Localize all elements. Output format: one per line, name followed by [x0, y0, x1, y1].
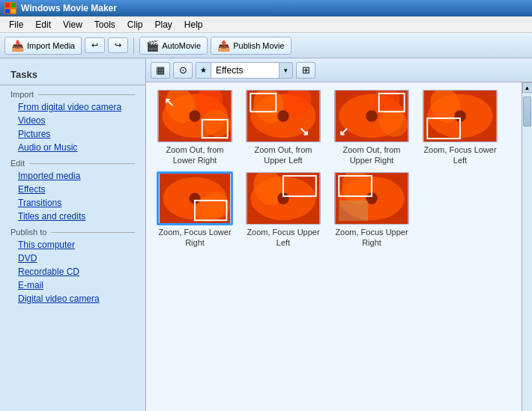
view-details-button[interactable]: ⊙ [173, 62, 193, 79]
svg-point-9 [189, 110, 201, 122]
menu-tools[interactable]: Tools [88, 18, 121, 31]
import-section-label: Import [0, 85, 145, 100]
sidebar-link-this-computer[interactable]: This computer [0, 238, 145, 252]
sidebar-link-titles[interactable]: Titles and credits [0, 210, 145, 223]
publish-label: Publish Movie [233, 41, 284, 50]
effect-label: Zoom Out, from Upper Left [242, 144, 324, 166]
scroll-up-button[interactable]: ▲ [522, 82, 533, 93]
effects-grid: ↖ Zoom Out, from Lower Right [146, 82, 522, 411]
effect-label: Zoom, Focus Upper Left [242, 227, 324, 249]
thumbnails-icon: ▦ [156, 64, 165, 76]
effects-dropdown-icon: ★ [196, 63, 211, 78]
effect-item-selected[interactable]: Zoom, Focus Lower Right [154, 172, 236, 249]
svg-text:↖: ↖ [164, 96, 174, 109]
effect-label: Zoom Out, from Lower Right [154, 144, 236, 166]
automovie-button[interactable]: 🎬 AutoMovie [139, 37, 208, 55]
toolbar: 📥 Import Media ↩ ↪ 🎬 AutoMovie 📤 Publish… [0, 33, 532, 58]
sidebar-link-digital-video[interactable]: From digital video camera [0, 100, 145, 114]
publish-movie-button[interactable]: 📤 Publish Movie [211, 37, 291, 55]
effect-item[interactable]: ↘ Zoom Out, from Upper Left [242, 90, 324, 166]
effect-label: Zoom, Focus Lower Right [154, 227, 236, 249]
effect-item[interactable]: Zoom, Focus Upper Left [242, 172, 324, 249]
effect-thumbnail: ↘ [246, 90, 321, 142]
view-thumbnails-button[interactable]: ▦ [151, 62, 170, 79]
app-title: Windows Movie Maker [21, 3, 117, 13]
scroll-track[interactable] [522, 93, 532, 411]
sidebar-link-transitions[interactable]: Transitions [0, 196, 145, 210]
svg-text:↘: ↘ [299, 125, 309, 138]
svg-text:↙: ↙ [339, 125, 348, 138]
svg-rect-1 [11, 3, 16, 7]
effect-thumbnail [157, 172, 232, 225]
effect-thumbnail [334, 172, 409, 225]
scrollbar: ▲ ▼ [522, 82, 532, 411]
svg-rect-46 [339, 201, 368, 221]
svg-rect-0 [5, 3, 10, 7]
sidebar-link-pictures[interactable]: Pictures [0, 127, 145, 141]
effect-item[interactable]: Zoom, Focus Lower Left [419, 90, 501, 166]
sidebar-link-cd[interactable]: Recordable CD [0, 265, 145, 278]
import-icon: 📥 [11, 40, 24, 52]
menu-play[interactable]: Play [149, 18, 178, 31]
publish-section-label: Publish to [0, 223, 145, 238]
edit-section-label: Edit [0, 154, 145, 169]
effect-thumbnail: ↙ [334, 90, 409, 142]
toolbar-separator [133, 37, 134, 54]
effect-thumbnail [246, 172, 321, 225]
redo-button[interactable]: ↪ [108, 37, 128, 53]
automovie-icon: 🎬 [146, 40, 159, 52]
tasks-header: Tasks [0, 64, 145, 85]
effects-dropdown-label: Effects [211, 65, 279, 76]
import-label: Import Media [27, 41, 75, 50]
menu-edit[interactable]: Edit [29, 18, 57, 31]
app-icon [4, 2, 16, 14]
menu-clip[interactable]: Clip [121, 18, 149, 31]
svg-rect-2 [5, 9, 10, 13]
effects-dropdown-arrow: ▾ [279, 63, 292, 78]
main-area: Tasks Import From digital video camera V… [0, 58, 532, 411]
effect-item[interactable]: ↖ Zoom Out, from Lower Right [154, 90, 236, 166]
menu-bar: File Edit View Tools Clip Play Help [0, 16, 532, 33]
svg-rect-3 [11, 9, 16, 13]
effect-label: Zoom Out, from Upper Right [330, 144, 413, 166]
sidebar: Tasks Import From digital video camera V… [0, 58, 146, 411]
effect-item[interactable]: Zoom, Focus Upper Right [330, 172, 413, 249]
effect-item[interactable]: ↙ Zoom Out, from Upper Right [330, 90, 413, 166]
content-panel: ▦ ⊙ ★ Effects ▾ ⊞ [146, 58, 532, 411]
redo-icon: ↪ [115, 40, 121, 50]
sidebar-link-dv-camera[interactable]: Digital video camera [0, 292, 145, 305]
details-icon: ⊙ [179, 64, 187, 76]
sidebar-link-audio[interactable]: Audio or Music [0, 141, 145, 154]
sidebar-link-videos[interactable]: Videos [0, 114, 145, 127]
undo-button[interactable]: ↩ [85, 37, 105, 53]
content-toolbar: ▦ ⊙ ★ Effects ▾ ⊞ [146, 58, 532, 82]
effect-thumbnail: ↖ [157, 90, 232, 142]
sidebar-link-effects[interactable]: Effects [0, 183, 145, 196]
effect-label: Zoom, Focus Upper Right [330, 227, 413, 249]
undo-icon: ↩ [91, 40, 98, 50]
import-media-button[interactable]: 📥 Import Media [4, 37, 82, 55]
svg-point-23 [366, 110, 378, 122]
effect-thumbnail [423, 90, 498, 142]
effects-dropdown[interactable]: ★ Effects ▾ [196, 62, 293, 79]
automovie-label: AutoMovie [162, 41, 201, 50]
title-bar: Windows Movie Maker [0, 0, 532, 16]
menu-help[interactable]: Help [178, 18, 209, 31]
effect-label: Zoom, Focus Lower Left [419, 144, 501, 166]
extra-view-button[interactable]: ⊞ [296, 62, 315, 79]
svg-point-16 [277, 110, 289, 122]
publish-icon: 📤 [217, 40, 230, 52]
sidebar-link-imported-media[interactable]: Imported media [0, 169, 145, 183]
scroll-thumb[interactable] [523, 97, 531, 127]
sidebar-link-dvd[interactable]: DVD [0, 252, 145, 265]
extra-view-icon: ⊞ [302, 64, 310, 76]
sidebar-link-email[interactable]: E-mail [0, 278, 145, 292]
menu-file[interactable]: File [3, 18, 29, 31]
menu-view[interactable]: View [57, 18, 88, 31]
